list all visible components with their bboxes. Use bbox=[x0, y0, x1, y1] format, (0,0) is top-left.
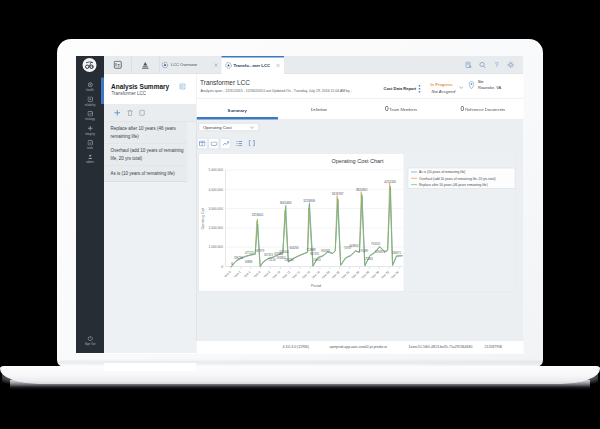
svg-text:175465: 175465 bbox=[364, 257, 374, 261]
svg-text:603814: 603814 bbox=[349, 244, 359, 248]
svg-text:2319001: 2319001 bbox=[252, 213, 264, 217]
svg-text:Year 6: Year 6 bbox=[253, 269, 262, 278]
svg-text:907191: 907191 bbox=[310, 252, 320, 256]
svg-text:Year 14: Year 14 bbox=[291, 269, 301, 279]
svg-text:4,000,000: 4,000,000 bbox=[209, 187, 224, 191]
svg-text:As is (10 years of remaining l: As is (10 years of remaining life) bbox=[419, 170, 465, 174]
svg-text:Year 10: Year 10 bbox=[271, 269, 281, 279]
svg-text:Replace after 10 years (46 yea: Replace after 10 years (46 years remaini… bbox=[419, 182, 487, 186]
svg-text:71156: 71156 bbox=[268, 258, 276, 262]
svg-text:Year 20: Year 20 bbox=[321, 269, 331, 279]
svg-text:Year 12: Year 12 bbox=[281, 269, 291, 279]
svg-text:292264: 292264 bbox=[284, 257, 294, 261]
svg-text:575489: 575489 bbox=[359, 248, 369, 252]
svg-text:Year 34: Year 34 bbox=[390, 269, 400, 279]
svg-text:Year 2: Year 2 bbox=[233, 269, 242, 278]
svg-text:307321: 307321 bbox=[264, 252, 274, 256]
svg-text:Overhaul (add 10 years of rema: Overhaul (add 10 years of remaining life… bbox=[419, 176, 496, 180]
svg-text:Operating Cost: Operating Cost bbox=[201, 207, 205, 229]
svg-text:587379: 587379 bbox=[255, 248, 265, 252]
svg-text:4251345: 4251345 bbox=[384, 180, 396, 184]
svg-text:Year 0: Year 0 bbox=[223, 269, 232, 278]
svg-text:Operating Cost Chart: Operating Cost Chart bbox=[332, 157, 384, 163]
svg-text:Year 24: Year 24 bbox=[340, 269, 350, 279]
svg-text:Year 4: Year 4 bbox=[243, 269, 252, 278]
svg-text:3253809: 3253809 bbox=[303, 198, 315, 202]
svg-text:Year 28: Year 28 bbox=[360, 269, 370, 279]
svg-text:903169: 903169 bbox=[321, 248, 331, 252]
svg-text:Year 16: Year 16 bbox=[301, 269, 311, 279]
svg-text:675004: 675004 bbox=[279, 249, 289, 253]
svg-text:56868: 56868 bbox=[245, 260, 253, 264]
svg-text:14941: 14941 bbox=[313, 257, 321, 261]
svg-text:5,000,000: 5,000,000 bbox=[209, 168, 224, 172]
svg-text:Year 8: Year 8 bbox=[263, 269, 272, 278]
svg-text:2,000,000: 2,000,000 bbox=[209, 226, 224, 230]
svg-text:180671: 180671 bbox=[392, 251, 402, 255]
svg-text:1090871: 1090871 bbox=[375, 249, 386, 253]
svg-text:3619767: 3619767 bbox=[332, 191, 344, 195]
svg-text:1,000,000: 1,000,000 bbox=[209, 245, 224, 249]
svg-text:713888: 713888 bbox=[306, 247, 316, 251]
svg-text:0: 0 bbox=[221, 264, 223, 268]
svg-text:3824951: 3824951 bbox=[356, 187, 368, 191]
svg-text:3061484: 3061484 bbox=[280, 201, 292, 205]
svg-text:477125: 477125 bbox=[245, 250, 255, 254]
svg-text:Year 18: Year 18 bbox=[311, 269, 321, 279]
svg-text:794552: 794552 bbox=[371, 241, 381, 245]
svg-text:336296: 336296 bbox=[234, 255, 244, 259]
svg-text:3,000,000: 3,000,000 bbox=[209, 206, 224, 210]
svg-text:Year 22: Year 22 bbox=[331, 269, 341, 279]
svg-text:Year 32: Year 32 bbox=[380, 269, 390, 279]
svg-text:Year 30: Year 30 bbox=[370, 269, 380, 279]
svg-text:Period: Period bbox=[311, 283, 321, 287]
svg-text:604266: 604266 bbox=[289, 246, 299, 250]
svg-text:Year 26: Year 26 bbox=[350, 269, 360, 279]
